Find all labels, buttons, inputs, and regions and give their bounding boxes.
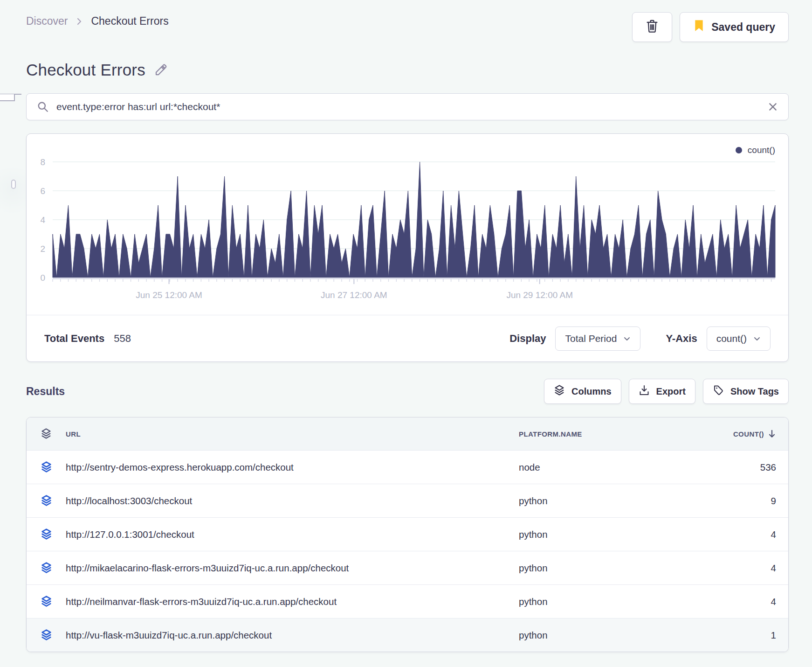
platform-cell[interactable]: python [519,495,677,507]
platform-cell[interactable]: python [519,630,677,641]
columns-label: Columns [571,386,612,397]
y-axis-dropdown-value: count() [716,333,747,344]
svg-text:Jun 25 12:00 AM: Jun 25 12:00 AM [136,290,202,300]
display-dropdown[interactable]: Total Period [555,327,640,351]
top-bar: Discover Checkout Errors [26,0,789,42]
event-stack-icon[interactable] [27,595,66,608]
platform-cell[interactable]: node [519,462,677,473]
table-header-row: URL PLATFORM.NAME COUNT() [27,417,788,450]
column-header-count[interactable]: COUNT() [677,429,788,438]
table-row[interactable]: http://mikaelacarino-flask-errors-m3uuiz… [27,551,788,584]
count-cell[interactable]: 4 [677,563,788,574]
events-area-chart[interactable]: 02468 Jun 25 12:00 AMJun 27 12:00 AMJun … [27,134,788,311]
y-axis-label: Y-Axis [666,333,697,345]
event-stack-icon[interactable] [27,562,66,574]
total-events-label: Total Events [44,333,104,345]
legend-count[interactable]: count() [736,145,775,155]
svg-text:2: 2 [40,244,45,254]
breadcrumb: Discover Checkout Errors [26,12,169,28]
display-label: Display [509,333,546,345]
breadcrumb-discover-link[interactable]: Discover [26,15,68,28]
count-header-label: COUNT() [733,430,764,438]
search-icon [37,101,49,113]
stack-icon [554,384,565,399]
url-cell[interactable]: http://localhost:3003/checkout [66,495,519,507]
panel-drag-handle[interactable] [11,180,16,189]
table-body: http://sentry-demos-express.herokuapp.co… [27,450,788,652]
svg-text:Jun 27 12:00 AM: Jun 27 12:00 AM [321,290,387,300]
svg-text:0: 0 [40,273,45,283]
total-events-value: 558 [114,333,131,345]
display-dropdown-value: Total Period [565,333,617,344]
count-cell[interactable]: 536 [677,462,788,473]
tag-icon [713,384,724,399]
event-stack-icon[interactable] [27,494,66,507]
search-input[interactable] [56,101,760,112]
chevron-down-icon [623,335,631,342]
table-row[interactable]: http://neilmanvar-flask-errors-m3uuizd7i… [27,584,788,618]
chevron-down-icon [753,335,761,342]
collapsed-panel-handle[interactable] [0,94,15,101]
url-cell[interactable]: http://mikaelacarino-flask-errors-m3uuiz… [66,563,519,574]
count-cell[interactable]: 1 [677,630,788,641]
columns-button[interactable]: Columns [544,379,621,404]
export-label: Export [656,386,686,397]
clear-search-icon[interactable] [768,102,778,112]
url-cell[interactable]: http://sentry-demos-express.herokuapp.co… [66,462,519,473]
saved-query-button[interactable]: Saved query [680,12,789,42]
download-icon [639,384,650,399]
chevron-right-icon [75,17,83,26]
stack-icon [27,428,66,440]
table-row[interactable]: http://localhost:3003/checkout python 9 [27,484,788,517]
results-actions: Columns Export Show Tags [544,379,789,404]
bookmark-icon [693,19,705,35]
y-axis-dropdown[interactable]: count() [707,327,771,351]
count-cell[interactable]: 4 [677,529,788,540]
platform-cell[interactable]: python [519,596,677,607]
legend-label: count() [748,145,775,155]
results-heading: Results [26,385,65,398]
count-cell[interactable]: 4 [677,596,788,607]
svg-text:8: 8 [40,157,45,167]
url-cell[interactable]: http://neilmanvar-flask-errors-m3uuizd7i… [66,596,519,607]
sort-desc-arrow-icon [768,429,776,438]
export-button[interactable]: Export [629,379,695,404]
count-cell[interactable]: 9 [677,495,788,507]
url-cell[interactable]: http://127.0.0.1:3001/checkout [66,529,519,540]
show-tags-label: Show Tags [730,386,779,397]
saved-query-label: Saved query [711,21,775,34]
svg-text:4: 4 [40,215,45,225]
column-header-url[interactable]: URL [66,430,519,438]
event-stack-icon[interactable] [27,528,66,541]
chart-footer: Total Events 558 Display Total Period Y-… [27,315,788,361]
search-bar [26,93,789,120]
event-stack-icon[interactable] [27,461,66,473]
delete-query-button[interactable] [632,12,672,42]
legend-dot [736,147,742,153]
trash-icon [646,19,659,35]
url-cell[interactable]: http://vu-flask-m3uuizd7iq-uc.a.run.app/… [66,630,519,641]
column-header-platform[interactable]: PLATFORM.NAME [519,430,677,438]
breadcrumb-current: Checkout Errors [91,15,168,28]
top-actions: Saved query [632,12,789,42]
show-tags-button[interactable]: Show Tags [703,379,789,404]
svg-text:Jun 29 12:00 AM: Jun 29 12:00 AM [506,290,573,300]
table-row[interactable]: http://vu-flask-m3uuizd7iq-uc.a.run.app/… [27,618,788,652]
page-title: Checkout Errors [26,61,145,79]
events-chart-panel: 02468 Jun 25 12:00 AMJun 27 12:00 AMJun … [26,133,789,362]
platform-cell[interactable]: python [519,563,677,574]
svg-text:6: 6 [40,186,45,196]
event-stack-icon[interactable] [27,629,66,641]
table-row[interactable]: http://sentry-demos-express.herokuapp.co… [27,450,788,484]
table-row[interactable]: http://127.0.0.1:3001/checkout python 4 [27,517,788,551]
edit-title-pencil-icon[interactable] [154,63,168,77]
results-table: URL PLATFORM.NAME COUNT() http://sentry-… [26,417,789,652]
platform-cell[interactable]: python [519,529,677,540]
